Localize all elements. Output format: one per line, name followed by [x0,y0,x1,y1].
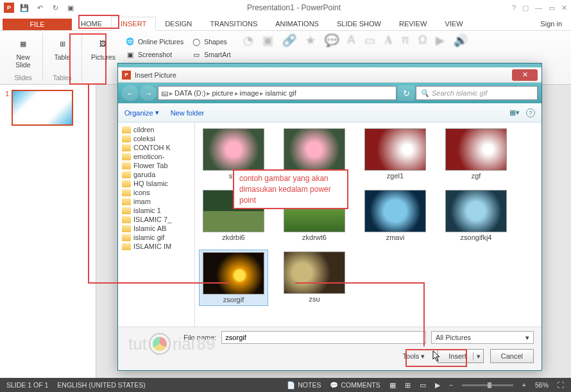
chevron-down-icon[interactable]: ▾ [473,352,481,361]
file-item[interactable]: zgel1 [361,126,430,182]
view-normal-icon[interactable]: ▦ [389,381,396,389]
tab-file[interactable]: FILE [3,19,72,30]
folder-item[interactable]: islamic 1 [118,206,194,215]
chevron-down-icon: ▾ [421,352,425,361]
symbol-icon[interactable]: Ω [418,33,427,63]
tab-transitions[interactable]: TRANSITIONS [201,17,266,30]
redo-icon[interactable]: ↻ [50,3,60,13]
file-name: zsorgif [223,296,244,303]
language-status[interactable]: ENGLISH (UNITED STATES) [57,381,145,389]
tab-design[interactable]: DESIGN [156,17,201,30]
folder-icon [122,171,131,178]
help-icon[interactable]: ? [526,108,535,117]
view-reading-icon[interactable]: ▭ [420,381,426,389]
tab-insert[interactable]: INSERT [111,17,156,31]
new-slide-button[interactable]: ▦ New Slide [9,33,37,70]
view-sorter-icon[interactable]: ⊞ [405,381,411,389]
start-icon[interactable]: ▣ [65,3,76,13]
search-input[interactable]: 🔍 Search islamic gif [416,86,538,100]
shapes-button[interactable]: ◯Shapes [189,36,232,47]
folder-item[interactable]: imam [118,197,194,206]
tab-review[interactable]: REVIEW [390,17,436,30]
folder-item[interactable]: icons [118,188,194,197]
folder-item[interactable]: cildren [118,125,194,134]
header-icon[interactable]: ▭ [364,33,375,63]
comments-button[interactable]: 💬 COMMENTS [330,381,380,389]
folder-item[interactable]: Flower Tab [118,161,194,170]
fit-window-icon[interactable]: ⛶ [558,381,565,389]
online-pictures-button[interactable]: 🌐Online Pictures [123,36,185,47]
arrow-line [88,85,89,284]
annotation-callout: contoh gambar yang akan dimasukan kedala… [233,169,348,209]
tab-view[interactable]: VIEW [436,17,472,30]
dialog-close-button[interactable]: ✕ [512,69,538,81]
apps-icon[interactable]: ▣ [262,33,273,63]
slide-thumbnail[interactable] [12,90,73,126]
textbox-icon[interactable]: A [348,33,355,63]
folder-item[interactable]: islamic gif [118,233,194,242]
zoom-slider[interactable] [462,384,513,386]
file-item[interactable]: zsorgif [199,250,268,306]
chart-icon[interactable]: ◔ [243,33,253,63]
comment-icon[interactable]: 💬 [325,33,339,63]
folder-icon [122,234,131,241]
zoom-level[interactable]: 56% [535,381,549,389]
file-filter-select[interactable]: All Pictures▾ [431,331,534,344]
pictures-button[interactable]: 🖼 Pictures [87,33,119,63]
help-icon[interactable]: ? [512,4,516,12]
cancel-button[interactable]: Cancel [490,349,534,363]
tab-home[interactable]: HOME [72,17,111,30]
file-name: zsongifkj4 [461,234,492,241]
tools-button[interactable]: Tools▾ [403,352,425,361]
folder-item[interactable]: Islamic AB [118,224,194,233]
file-name: zkdrwt6 [302,234,327,241]
nav-back-button[interactable]: ← [122,85,139,101]
file-item[interactable]: zmavi [361,188,430,243]
audio-icon[interactable]: 🔊 [454,33,468,63]
folder-item[interactable]: garuda [118,170,194,179]
nav-forward-button[interactable]: → [140,85,157,101]
smartart-button[interactable]: ▭SmartArt [189,49,232,60]
folder-item[interactable]: ISLAMIC 7_ [118,215,194,224]
folder-item[interactable]: emoticon- [118,152,194,161]
tab-animations[interactable]: ANIMATIONS [266,17,328,30]
zoom-out-icon[interactable]: − [449,381,453,389]
save-icon[interactable]: 💾 [19,3,30,13]
file-list[interactable]: sfozgelzgel1zgfzkdrbi6zkdrwt6zmavizsongi… [195,123,541,327]
link-icon[interactable]: 🔗 [282,33,296,63]
video-icon[interactable]: ▶ [436,33,445,63]
folder-item[interactable]: ISLAMIC IM [118,242,194,251]
file-item[interactable]: zgf [441,126,511,182]
organize-button[interactable]: Organize▾ [124,108,159,117]
folder-icon [122,198,131,205]
close-icon[interactable]: ✕ [561,4,567,12]
equation-icon[interactable]: π [402,33,409,63]
folder-item[interactable]: coleksi [118,134,194,143]
screenshot-button[interactable]: ▣Screenshot [123,49,185,60]
view-options-button[interactable]: ▦▾ [509,108,520,117]
zoom-in-icon[interactable]: + [522,381,526,389]
table-button[interactable]: ⊞ Table [48,33,76,63]
slide-count[interactable]: SLIDE 1 OF 1 [6,381,48,389]
folder-tree[interactable]: cildrencoleksiCONTOH Kemoticon-Flower Ta… [118,123,195,327]
sign-in-link[interactable]: Sign in [531,17,571,30]
maximize-icon[interactable]: ▭ [549,4,555,12]
breadcrumb[interactable]: 🖴 ▸ DATA (D:)▸ picture▸ image▸ islamic g… [158,86,396,100]
file-item[interactable]: zsongifkj4 [441,188,511,243]
folder-item[interactable]: HQ Islamic [118,179,194,188]
ribbon-toggle-icon[interactable]: ▢ [522,4,529,12]
wordart-icon[interactable]: 𝐀 [384,33,393,63]
undo-icon[interactable]: ↶ [35,3,45,13]
notes-button[interactable]: 📄 NOTES [287,381,321,389]
insert-picture-dialog: P Insert Picture ✕ ← → 🖴 ▸ DATA (D:)▸ pi… [117,63,542,371]
new-folder-button[interactable]: New folder [171,109,205,117]
minimize-icon[interactable]: — [535,4,542,12]
insert-button[interactable]: Insert▾ [438,349,484,363]
action-icon[interactable]: ★ [305,33,316,63]
filename-input[interactable] [221,331,426,344]
tab-slideshow[interactable]: SLIDE SHOW [328,17,390,30]
folder-item[interactable]: CONTOH K [118,143,194,152]
file-item[interactable]: zsu [280,250,349,306]
view-slideshow-icon[interactable]: ▶ [435,381,440,389]
refresh-button[interactable]: ↻ [398,85,414,101]
